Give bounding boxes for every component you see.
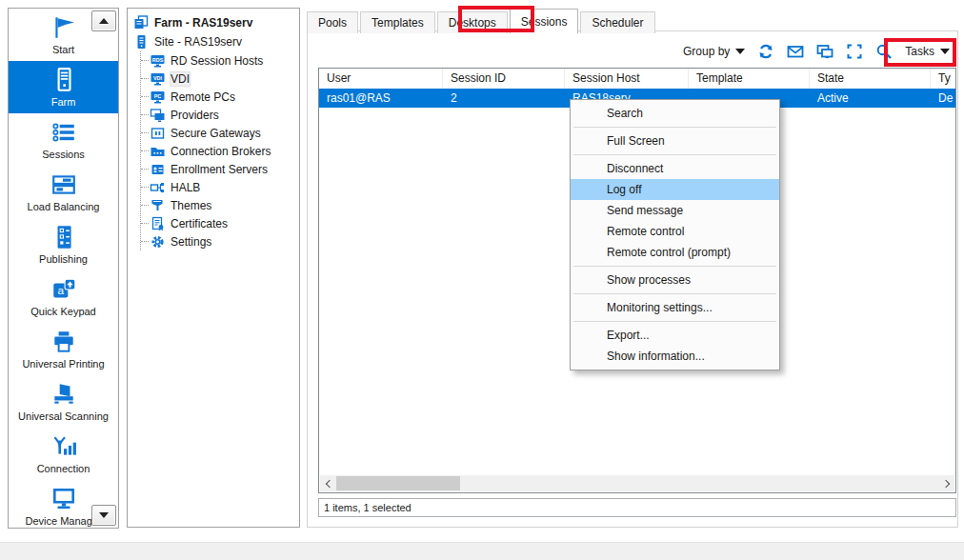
sidebar-scroll-down-button[interactable] — [91, 505, 116, 526]
sidebar: Start Farm Sessions Load Balanci — [8, 8, 119, 529]
themes-icon — [150, 198, 166, 213]
tree-item-site[interactable]: Site - RAS19serv — [133, 32, 297, 51]
menu-item-full-screen[interactable]: Full Screen — [571, 130, 779, 151]
tab-desktops[interactable]: Desktops — [437, 11, 508, 33]
column-header-session-id[interactable]: Session ID — [443, 69, 565, 89]
menu-item-monitoring-settings[interactable]: Monitoring settings... — [571, 297, 779, 318]
sidebar-item-connection[interactable]: Connection — [9, 428, 118, 480]
tree-item-label: Certificates — [171, 217, 228, 230]
tab-strip: Pools Templates Desktops Sessions Schedu… — [307, 9, 657, 33]
tree-connector — [141, 96, 149, 97]
scroll-down-icon — [99, 512, 109, 518]
remote-control-icon[interactable] — [816, 43, 833, 60]
list-icon — [50, 119, 77, 146]
cell-user: ras01@RAS — [319, 89, 443, 108]
message-icon[interactable] — [787, 43, 804, 60]
column-header-user[interactable]: User — [319, 69, 443, 89]
sidebar-item-label: Universal Scanning — [18, 410, 109, 422]
sidebar-item-label: Connection — [37, 463, 90, 474]
menu-item-export[interactable]: Export... — [571, 325, 779, 346]
group-by-dropdown[interactable]: Group by — [683, 45, 745, 58]
providers-icon — [150, 108, 166, 123]
menu-item-search[interactable]: Search — [571, 103, 779, 124]
tree-item-enrollment-servers[interactable]: Enrollment Servers — [141, 160, 297, 178]
menu-item-show-information[interactable]: Show information... — [571, 346, 779, 367]
tree-connector — [141, 60, 149, 61]
sidebar-scroll-up-button[interactable] — [91, 10, 116, 31]
tree-item-providers[interactable]: Providers — [141, 106, 297, 124]
sidebar-item-sessions[interactable]: Sessions — [9, 113, 118, 166]
tree-item-label: Providers — [171, 109, 219, 122]
sidebar-item-load-balancing[interactable]: Load Balancing — [9, 166, 118, 218]
session-context-menu: Search Full Screen Disconnect Log off Se… — [570, 99, 780, 370]
chevron-right-icon — [941, 479, 949, 487]
sidebar-item-label: Publishing — [39, 253, 88, 265]
cell-state: Active — [810, 89, 931, 108]
menu-item-send-message[interactable]: Send message — [571, 200, 779, 221]
keypad-icon: a — [50, 276, 77, 303]
tab-pools[interactable]: Pools — [307, 11, 358, 33]
tree-item-label: Site - RAS19serv — [154, 35, 242, 49]
search-icon[interactable] — [875, 43, 893, 60]
publishing-icon — [50, 224, 77, 250]
menu-item-remote-control[interactable]: Remote control — [571, 221, 779, 242]
menu-separator — [573, 127, 776, 128]
tree-connector — [141, 114, 149, 115]
sidebar-item-publishing[interactable]: Publishing — [9, 218, 118, 270]
menu-item-show-processes[interactable]: Show processes — [571, 270, 779, 290]
scroll-up-icon — [99, 18, 109, 24]
gear-icon — [150, 234, 166, 250]
menu-item-disconnect[interactable]: Disconnect — [571, 158, 779, 179]
sidebar-item-universal-printing[interactable]: Universal Printing — [9, 323, 118, 375]
scroll-right-button[interactable] — [938, 475, 954, 491]
tree-item-connection-brokers[interactable]: Connection Brokers — [141, 142, 297, 160]
farm-root-icon — [133, 15, 150, 30]
vdi-icon: VDI — [150, 71, 166, 87]
tasks-dropdown[interactable]: Tasks — [905, 45, 950, 58]
tree-item-rd-session-hosts[interactable]: RDS RD Session Hosts — [141, 51, 297, 70]
tree-item-certificates[interactable]: Certificates — [141, 214, 297, 232]
sidebar-item-universal-scanning[interactable]: Universal Scanning — [9, 375, 118, 428]
tab-scheduler[interactable]: Scheduler — [580, 11, 654, 33]
tree-item-label: Settings — [171, 235, 211, 249]
column-header-state[interactable]: State — [810, 69, 931, 89]
horizontal-scrollbar[interactable] — [320, 475, 954, 491]
tree-connector — [141, 150, 149, 151]
status-bar: 1 items, 1 selected — [318, 498, 956, 517]
tree-connector — [141, 241, 149, 242]
tree-connector — [141, 187, 149, 188]
menu-separator — [573, 154, 776, 155]
load-balancing-icon — [50, 171, 77, 198]
tree-item-remote-pcs[interactable]: PC Remote PCs — [141, 88, 297, 106]
full-screen-icon[interactable] — [846, 43, 863, 60]
tree-item-secure-gateways[interactable]: Secure Gateways — [141, 124, 297, 142]
tree-item-label: Connection Brokers — [171, 145, 271, 158]
refresh-icon[interactable] — [757, 43, 774, 60]
tab-templates[interactable]: Templates — [360, 11, 435, 33]
table-header: User Session ID Session Host Template St… — [319, 69, 955, 89]
menu-item-remote-control-prompt[interactable]: Remote control (prompt) — [571, 242, 779, 263]
enrollment-icon — [150, 162, 166, 177]
certificate-icon — [150, 216, 166, 231]
tree-item-vdi[interactable]: VDI VDI — [141, 70, 297, 88]
tree-connector — [141, 205, 149, 206]
tab-sessions[interactable]: Sessions — [510, 9, 579, 33]
menu-item-log-off[interactable]: Log off — [571, 179, 779, 200]
server-icon — [50, 67, 77, 93]
column-header-template[interactable]: Template — [689, 69, 810, 89]
scroll-left-button[interactable] — [320, 475, 336, 491]
column-header-session-host[interactable]: Session Host — [565, 69, 689, 89]
chevron-down-icon — [940, 49, 950, 54]
sidebar-item-farm[interactable]: Farm — [9, 61, 118, 113]
tree-connector — [141, 78, 149, 79]
sidebar-item-label: Start — [52, 44, 74, 55]
column-header-type[interactable]: Ty — [931, 69, 956, 89]
tree-item-settings[interactable]: Settings — [141, 232, 297, 250]
tree-item-halb[interactable]: HALB — [141, 178, 297, 196]
pc-icon: PC — [150, 90, 166, 105]
tree-item-themes[interactable]: Themes — [141, 196, 297, 214]
sidebar-item-quick-keypad[interactable]: a Quick Keypad — [9, 270, 118, 323]
tree-item-label: RD Session Hosts — [171, 54, 263, 68]
scrollbar-thumb[interactable] — [336, 476, 460, 490]
tree-item-farm-root[interactable]: Farm - RAS19serv — [133, 13, 297, 32]
